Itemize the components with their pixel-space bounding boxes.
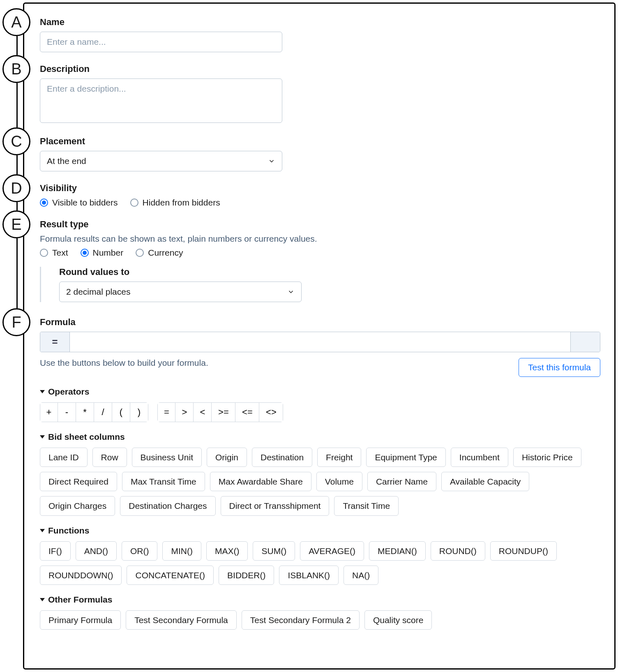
function-button[interactable]: BIDDER() xyxy=(219,566,274,585)
function-button[interactable]: SUM() xyxy=(253,541,295,561)
operator-button[interactable]: * xyxy=(76,402,94,422)
visibility-radio-label: Hidden from bidders xyxy=(143,198,220,208)
function-button[interactable]: MEDIAN() xyxy=(369,541,426,561)
bid-column-button[interactable]: Equipment Type xyxy=(366,448,445,467)
operators-heading: Operators xyxy=(48,387,89,397)
operators-section-toggle[interactable]: Operators xyxy=(40,387,600,397)
chevron-down-icon xyxy=(287,288,295,296)
bid-column-button[interactable]: Carrier Name xyxy=(367,472,436,491)
function-button[interactable]: CONCATENATE() xyxy=(127,566,214,585)
function-button[interactable]: ROUNDDOWN() xyxy=(40,566,122,585)
name-input[interactable] xyxy=(40,32,282,52)
bid-column-button[interactable]: Destination Charges xyxy=(120,496,215,515)
placement-label: Placement xyxy=(40,136,600,147)
placement-field-group: Placement At the end xyxy=(40,136,600,171)
bid-column-button[interactable]: Available Capacity xyxy=(441,472,529,491)
formula-editor-panel: Name Description Placement At the end Vi… xyxy=(23,2,616,670)
annotation-badge: D xyxy=(2,174,30,202)
function-button[interactable]: AND() xyxy=(76,541,117,561)
bid-column-button[interactable]: Historic Price xyxy=(513,448,581,467)
operators-row: +-*/() =><>=<=<> xyxy=(40,402,600,422)
operator-button[interactable]: ( xyxy=(112,402,130,422)
description-input[interactable] xyxy=(40,79,282,123)
round-values-selected: 2 decimal places xyxy=(66,287,130,297)
formula-label: Formula xyxy=(40,317,600,328)
function-button[interactable]: OR() xyxy=(122,541,158,561)
radio-icon xyxy=(81,249,89,257)
visibility-radio[interactable]: Hidden from bidders xyxy=(130,198,220,208)
visibility-radio-label: Visible to bidders xyxy=(52,198,118,208)
bid-column-button[interactable]: Incumbent xyxy=(451,448,508,467)
operator-button[interactable]: >= xyxy=(212,402,235,422)
operator-button[interactable]: > xyxy=(175,402,194,422)
round-values-block: Round values to 2 decimal places xyxy=(40,267,600,302)
result-type-radio[interactable]: Number xyxy=(81,248,124,258)
function-button[interactable]: MAX() xyxy=(206,541,248,561)
function-button[interactable]: ISBLANK() xyxy=(279,566,339,585)
formula-input[interactable] xyxy=(70,332,570,352)
other-formulas-heading: Other Formulas xyxy=(48,595,112,605)
result-type-radio-label: Number xyxy=(93,248,124,258)
bid-column-button[interactable]: Direct Required xyxy=(40,472,117,491)
bid-column-button[interactable]: Origin xyxy=(207,448,247,467)
other-formulas-section-toggle[interactable]: Other Formulas xyxy=(40,595,600,605)
bid-columns-section-toggle[interactable]: Bid sheet columns xyxy=(40,432,600,442)
visibility-label: Visibility xyxy=(40,183,600,194)
bid-column-button[interactable]: Row xyxy=(92,448,127,467)
bid-columns-group: Lane IDRowBusiness UnitOriginDestination… xyxy=(40,448,600,516)
operator-button[interactable]: = xyxy=(157,402,175,422)
bid-column-button[interactable]: Origin Charges xyxy=(40,496,115,515)
annotation-badge: F xyxy=(2,308,30,336)
description-field-group: Description xyxy=(40,64,600,125)
operator-button[interactable]: <> xyxy=(259,402,283,422)
test-formula-button[interactable]: Test this formula xyxy=(519,358,600,377)
other-formulas-group: Primary FormulaTest Secondary FormulaTes… xyxy=(40,610,600,630)
bid-column-button[interactable]: Lane ID xyxy=(40,448,88,467)
operator-button[interactable]: ) xyxy=(130,402,148,422)
function-button[interactable]: ROUNDUP() xyxy=(490,541,557,561)
bid-column-button[interactable]: Business Unit xyxy=(132,448,202,467)
function-button[interactable]: AVERAGE() xyxy=(300,541,364,561)
annotation-badge: B xyxy=(2,55,30,83)
operator-button[interactable]: / xyxy=(94,402,112,422)
result-type-radio-label: Currency xyxy=(148,248,183,258)
bid-column-button[interactable]: Transit Time xyxy=(334,496,399,515)
functions-heading: Functions xyxy=(48,526,89,536)
operator-button[interactable]: - xyxy=(58,402,76,422)
visibility-field-group: Visibility Visible to biddersHidden from… xyxy=(40,183,600,208)
name-field-group: Name xyxy=(40,17,600,52)
round-values-select[interactable]: 2 decimal places xyxy=(59,282,302,302)
function-button[interactable]: ROUND() xyxy=(431,541,485,561)
other-formula-button[interactable]: Quality score xyxy=(364,610,432,630)
functions-section-toggle[interactable]: Functions xyxy=(40,526,600,536)
radio-icon xyxy=(136,249,144,257)
annotation-badge: E xyxy=(2,210,30,238)
formula-hint: Use the buttons below to build your form… xyxy=(40,358,208,368)
other-formula-button[interactable]: Test Secondary Formula xyxy=(126,610,237,630)
chevron-down-icon xyxy=(268,157,275,165)
placement-select[interactable]: At the end xyxy=(40,151,282,171)
result-type-radio[interactable]: Currency xyxy=(136,248,183,258)
function-button[interactable]: MIN() xyxy=(162,541,201,561)
bid-columns-heading: Bid sheet columns xyxy=(48,432,125,442)
annotation-badge: A xyxy=(2,8,30,36)
bid-column-button[interactable]: Max Transit Time xyxy=(122,472,205,491)
other-formula-button[interactable]: Test Secondary Formula 2 xyxy=(242,610,360,630)
result-type-help: Formula results can be shown as text, pl… xyxy=(40,234,600,244)
operator-button[interactable]: < xyxy=(194,402,212,422)
visibility-radio[interactable]: Visible to bidders xyxy=(40,198,118,208)
operator-button[interactable]: <= xyxy=(235,402,259,422)
result-type-field-group: Result type Formula results can be shown… xyxy=(40,219,600,302)
bid-column-button[interactable]: Direct or Transshipment xyxy=(221,496,330,515)
radio-icon xyxy=(130,199,138,207)
placement-selected-value: At the end xyxy=(47,156,86,166)
bid-column-button[interactable]: Volume xyxy=(316,472,362,491)
result-type-radio-group: TextNumberCurrency xyxy=(40,248,600,258)
annotation-badges: ABCDEF xyxy=(0,0,46,672)
bid-column-button[interactable]: Max Awardable Share xyxy=(210,472,311,491)
bid-column-button[interactable]: Destination xyxy=(252,448,312,467)
bid-column-button[interactable]: Freight xyxy=(317,448,361,467)
result-type-radio-label: Text xyxy=(52,248,68,258)
function-button[interactable]: NA() xyxy=(344,566,378,585)
other-formula-button[interactable]: Primary Formula xyxy=(40,610,121,630)
